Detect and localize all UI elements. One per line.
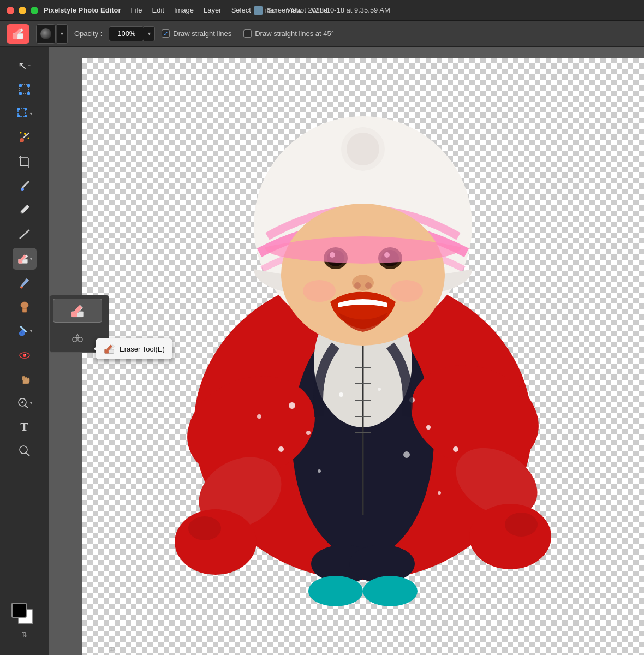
svg-rect-3 xyxy=(19,84,22,87)
menu-edit[interactable]: Edit xyxy=(152,6,164,14)
pixel-position: px xyxy=(109,645,116,652)
magic-wand-btn[interactable] xyxy=(13,127,37,148)
brush-circle xyxy=(40,28,51,39)
svg-point-25 xyxy=(20,287,22,289)
eraser-tool-btn[interactable]: ▾ xyxy=(13,248,37,270)
draw-straight-lines-group: ✓ Draw straight lines xyxy=(162,29,231,38)
line-tool-btn[interactable] xyxy=(13,223,37,245)
svg-point-53 xyxy=(175,509,257,575)
svg-point-80 xyxy=(365,282,372,289)
svg-point-12 xyxy=(20,138,24,142)
svg-line-22 xyxy=(20,230,29,239)
toolbar: ▾ Opacity : ▾ ✓ Draw straight lines Draw… xyxy=(0,21,644,47)
tooltip-text: Eraser Tool(E) xyxy=(120,345,165,353)
opacity-label: Opacity : xyxy=(74,29,102,38)
svg-point-60 xyxy=(318,469,321,473)
svg-point-26 xyxy=(21,302,28,308)
left-toolbar: ↖ + ▾ xyxy=(0,47,49,655)
fill-tool-btn[interactable]: ▾ xyxy=(13,320,37,342)
title-bar: Pixelstyle Photo Editor File Edit Image … xyxy=(0,0,644,21)
brush-tool-btn[interactable] xyxy=(13,175,37,196)
svg-rect-9 xyxy=(25,108,27,110)
opacity-input[interactable] xyxy=(109,26,144,41)
svg-point-28 xyxy=(21,332,22,334)
svg-point-31 xyxy=(25,354,26,355)
svg-point-21 xyxy=(21,188,24,191)
swap-colors-btn[interactable]: ⇅ xyxy=(11,630,38,639)
foreground-color-swatch[interactable] xyxy=(11,603,27,618)
menu-image[interactable]: Image xyxy=(174,6,194,14)
svg-point-58 xyxy=(306,431,311,435)
svg-rect-5 xyxy=(19,92,22,95)
svg-point-54 xyxy=(188,516,221,540)
svg-point-81 xyxy=(303,280,336,302)
menu-file[interactable]: File xyxy=(131,6,142,14)
zoom-plus-tool-btn[interactable]: ▾ xyxy=(13,392,37,414)
transform-tool-btn[interactable] xyxy=(13,79,37,100)
svg-line-36 xyxy=(25,406,28,408)
brush-preview xyxy=(36,24,56,44)
svg-point-63 xyxy=(403,451,410,458)
svg-rect-10 xyxy=(17,115,20,117)
hand-tool-btn[interactable] xyxy=(13,368,37,390)
svg-point-66 xyxy=(378,388,381,391)
svg-rect-27 xyxy=(22,308,27,312)
background-eraser-option[interactable] xyxy=(53,325,102,349)
svg-rect-4 xyxy=(27,84,30,87)
crop-tool-btn[interactable] xyxy=(13,151,37,172)
minimize-button[interactable] xyxy=(19,7,26,14)
draw-straight-lines-45-checkbox[interactable] xyxy=(243,29,252,38)
main-area: ↖ + ▾ xyxy=(0,47,644,655)
close-button[interactable] xyxy=(7,7,14,14)
svg-point-57 xyxy=(289,402,295,409)
svg-point-55 xyxy=(469,504,551,569)
pencil-tool-btn[interactable] xyxy=(13,199,37,221)
svg-point-65 xyxy=(339,392,343,397)
svg-point-84 xyxy=(347,133,379,165)
zoom-tool-btn[interactable] xyxy=(13,440,37,462)
selection-tool-btn[interactable]: ▾ xyxy=(13,103,37,124)
draw-straight-lines-label: Draw straight lines xyxy=(173,29,231,38)
maximize-button[interactable] xyxy=(31,7,38,14)
regular-eraser-option[interactable] xyxy=(53,299,102,323)
svg-point-15 xyxy=(20,132,21,134)
svg-point-59 xyxy=(278,446,284,452)
svg-point-56 xyxy=(505,513,538,537)
draw-straight-lines-checkbox[interactable]: ✓ xyxy=(162,29,170,38)
svg-rect-11 xyxy=(25,115,27,117)
svg-point-78 xyxy=(352,275,374,291)
eye-tool-btn[interactable] xyxy=(13,344,37,366)
svg-line-13 xyxy=(23,133,29,138)
document-title: Screen Shot 2023-10-18 at 9.35.59 AM xyxy=(267,6,390,14)
svg-rect-8 xyxy=(17,108,20,110)
svg-point-79 xyxy=(354,282,361,289)
menu-layer[interactable]: Layer xyxy=(204,6,222,14)
color-swatches[interactable] xyxy=(11,603,38,629)
stamp-tool-btn[interactable] xyxy=(13,296,37,318)
svg-point-68 xyxy=(453,446,458,452)
svg-point-94 xyxy=(363,576,418,606)
svg-point-16 xyxy=(27,138,29,139)
eraser-tool-active-btn[interactable] xyxy=(7,24,29,44)
app-name: Pixelstyle Photo Editor xyxy=(44,6,121,14)
brush-preview-container[interactable]: ▾ xyxy=(36,24,68,44)
eyedropper-tool-btn[interactable] xyxy=(13,272,37,294)
svg-line-38 xyxy=(26,453,29,456)
document-icon xyxy=(254,6,263,15)
opacity-dropdown-button[interactable]: ▾ xyxy=(144,26,155,41)
text-tool-btn[interactable]: T xyxy=(13,416,37,438)
svg-point-67 xyxy=(257,414,261,419)
menu-select[interactable]: Select xyxy=(231,6,251,14)
child-svg xyxy=(150,100,576,613)
brush-dropdown-button[interactable]: ▾ xyxy=(57,24,68,44)
svg-point-37 xyxy=(20,446,27,454)
title-bar-center: Screen Shot 2023-10-18 at 9.35.59 AM xyxy=(254,6,390,15)
svg-point-30 xyxy=(23,354,26,357)
move-tool-btn[interactable]: ↖ + xyxy=(13,55,37,76)
color-swatches-area: ⇅ xyxy=(11,599,38,639)
draw-straight-lines-45-group: Draw straight lines at 45° xyxy=(243,29,334,38)
svg-rect-32 xyxy=(22,376,24,380)
svg-point-62 xyxy=(426,425,431,430)
svg-point-93 xyxy=(308,576,363,606)
svg-point-14 xyxy=(24,133,26,135)
